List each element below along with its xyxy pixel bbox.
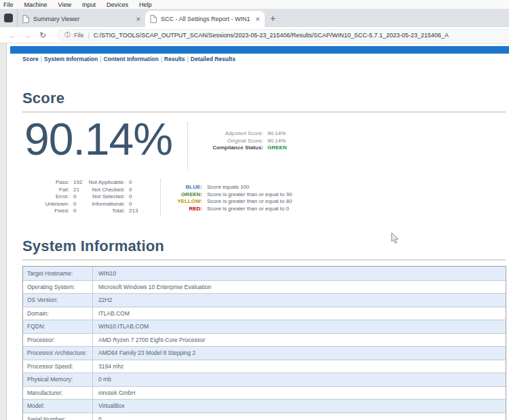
vm-menu-file[interactable]: File <box>3 1 14 8</box>
legend-red-label: RED: <box>175 206 202 213</box>
report-page: Score|System Information|Content Informa… <box>0 43 509 420</box>
table-row: Operating System: Microsoft Windows 10 E… <box>23 280 506 294</box>
vm-menu-view[interactable]: View <box>58 1 71 8</box>
table-row: Processor Architecture: AMD64 Family 23 … <box>23 346 506 360</box>
vm-menu-machine[interactable]: Machine <box>24 1 48 8</box>
nav-separator: | <box>41 56 42 62</box>
vm-menu-bar: File Machine View Input Devices Help <box>0 0 509 9</box>
compliance-status-label: Compliance Status: <box>193 145 263 152</box>
row-value: innotek GmbH <box>93 387 506 400</box>
tab-actions-icon <box>4 14 13 22</box>
forward-icon[interactable]: → <box>20 31 35 40</box>
legend-blue-text: Score equals 100 <box>207 184 353 191</box>
result-counts-right: Not Applicable: 0 Not Checked: 0 Not Sel… <box>86 179 149 215</box>
row-value: 0 <box>93 413 506 420</box>
not-selected-label: Not Selected: <box>86 193 125 201</box>
tab-title: SCC - All Settings Report - WIN1 <box>161 16 252 22</box>
legend-green-text: Score is greater than or equal to 90 <box>207 191 353 199</box>
url-text: C:/STIG_TOOLS/SCAP_OUTPUT_SCAN/Sessions/… <box>94 32 449 39</box>
not-checked-label: Not Checked: <box>86 187 125 194</box>
not-checked-count: 0 <box>129 187 149 194</box>
original-score-value: 90.14% <box>267 138 305 145</box>
vm-menu-help[interactable]: Help <box>139 1 152 8</box>
vm-menu-input[interactable]: Input <box>82 1 96 8</box>
row-label: Target Hostname: <box>23 267 93 280</box>
legend-yellow-label: YELLOW: <box>175 198 202 206</box>
adjusted-score-value: 90.14% <box>267 130 305 138</box>
table-row: Physical Memory: 0 mb <box>23 373 506 386</box>
tab-scc-report[interactable]: SCC - All Settings Report - WIN1 × <box>145 11 265 27</box>
row-label: Processor Architecture: <box>23 347 93 360</box>
unknown-label: Unknown: <box>42 201 69 208</box>
nav-separator: | <box>161 56 162 62</box>
refresh-icon[interactable]: ↻ <box>35 31 50 40</box>
nav-link-score[interactable]: Score <box>22 56 39 62</box>
informational-label: Informational: <box>86 201 125 208</box>
url-scheme-label: File <box>74 32 84 39</box>
not-selected-count: 0 <box>129 193 149 201</box>
nav-link-detailed-results[interactable]: Detailed Results <box>191 56 235 62</box>
nav-link-results[interactable]: Results <box>164 56 185 62</box>
row-label: FQDN: <box>23 320 93 333</box>
address-bar[interactable]: ⓘ File | C:/STIG_TOOLS/SCAP_OUTPUT_SCAN/… <box>57 29 509 41</box>
score-value: 90.14% <box>24 118 172 160</box>
row-label: Serial Number: <box>23 413 93 420</box>
page-icon <box>150 15 157 23</box>
row-value: AMD Ryzen 7 2700 Eight-Core Processor <box>93 334 506 347</box>
pass-label: Pass: <box>42 179 69 187</box>
row-value: WIN10.ITLAB.COM <box>93 320 506 333</box>
score-summary: Adjusted Score: 90.14% Original Score: 9… <box>193 130 305 152</box>
table-row: Model: VirtualBox <box>23 399 506 413</box>
back-icon[interactable]: ← <box>5 31 20 40</box>
legend-blue-label: BLUE: <box>175 184 202 191</box>
adjusted-score-label: Adjusted Score: <box>193 130 263 138</box>
browser-toolbar: ← → ↻ ⓘ File | C:/STIG_TOOLS/SCAP_OUTPUT… <box>0 27 509 43</box>
tab-actions-button[interactable] <box>0 9 18 27</box>
report-header-bar <box>10 46 509 54</box>
report-nav: Score|System Information|Content Informa… <box>22 56 235 62</box>
tab-close-icon[interactable]: × <box>256 16 260 22</box>
url-divider: | <box>88 32 90 39</box>
nav-separator: | <box>100 56 101 62</box>
not-applicable-count: 0 <box>129 179 149 187</box>
table-row: Processor: AMD Ryzen 7 2700 Eight-Core P… <box>23 333 506 347</box>
mouse-cursor <box>391 232 400 245</box>
page-icon <box>22 15 29 23</box>
stats-legend-divider <box>160 179 161 216</box>
new-tab-button[interactable]: + <box>265 10 281 26</box>
error-label: Error: <box>42 193 69 201</box>
legend-yellow-text: Score is greater than or equal to 80 <box>207 198 353 206</box>
vm-menu-devices[interactable]: Devices <box>107 1 128 8</box>
score-color-legend: BLUE: Score equals 100 GREEN: Score is g… <box>175 184 353 212</box>
row-value: 3194 mhz <box>93 360 506 373</box>
row-label: Processor: <box>23 334 93 347</box>
table-row: OS Version: 22H2 <box>23 293 506 307</box>
total-label: Total: <box>86 208 125 215</box>
info-icon[interactable]: ⓘ <box>64 31 71 39</box>
table-row: Manufacturer: innotek GmbH <box>23 386 506 400</box>
original-score-label: Original Score: <box>193 138 263 145</box>
row-label: Domain: <box>23 307 93 320</box>
row-value: 22H2 <box>93 294 506 307</box>
row-label: Physical Memory: <box>23 373 93 386</box>
browser-tab-strip: Summary Viewer × SCC - All Settings Repo… <box>0 9 509 27</box>
row-label: OS Version: <box>23 294 93 307</box>
score-heading: Score <box>22 90 506 113</box>
nav-link-content-information[interactable]: Content Information <box>103 56 158 62</box>
row-label: Processor Speed: <box>23 360 93 373</box>
tab-summary-viewer[interactable]: Summary Viewer × <box>18 11 145 27</box>
row-value: WIN10 <box>93 267 506 280</box>
table-row: Processor Speed: 3194 mhz <box>23 360 506 373</box>
compliance-status-badge: GREEN <box>267 145 305 152</box>
row-label: Manufacturer: <box>23 387 93 400</box>
system-information-heading: System Information <box>22 237 506 261</box>
row-value: 0 mb <box>93 373 506 386</box>
nav-link-system-information[interactable]: System Information <box>44 56 98 62</box>
row-value: VirtualBox <box>93 400 506 413</box>
fail-label: Fail: <box>42 187 69 194</box>
row-label: Operating System: <box>23 281 93 294</box>
fixed-label: Fixed: <box>42 208 69 215</box>
tab-close-icon[interactable]: × <box>136 16 140 22</box>
table-row: Serial Number: 0 <box>23 413 506 420</box>
legend-green-label: GREEN: <box>175 191 202 199</box>
